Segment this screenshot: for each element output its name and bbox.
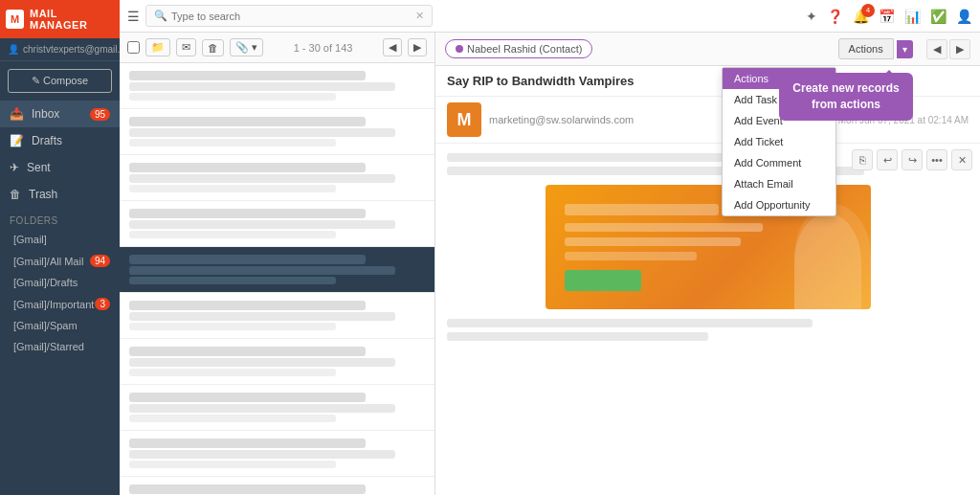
- record-chip-label: Nabeel Rashid (Contact): [467, 43, 582, 55]
- email-body: ⎘ ↩ ↪ ••• ✕: [435, 144, 980, 495]
- crm-icon[interactable]: ✦: [806, 9, 817, 24]
- record-chip-wrapper: Existing record Nabeel Rashid (Contact): [445, 39, 592, 58]
- folder-gmail-all[interactable]: [Gmail]/All Mail 94: [0, 250, 120, 272]
- list-item[interactable]: [120, 385, 434, 431]
- folders-section-title: Folders: [0, 208, 120, 229]
- folder-gmail[interactable]: [Gmail]: [0, 229, 120, 250]
- list-item[interactable]: [120, 293, 434, 339]
- dropdown-item-add-opportunity[interactable]: Add Opportunity: [723, 194, 835, 215]
- actions-button[interactable]: Actions: [838, 38, 894, 59]
- search-box: 🔍 ✕: [145, 5, 433, 27]
- email-items-list: [120, 63, 434, 495]
- search-clear-icon[interactable]: ✕: [415, 10, 424, 22]
- sidebar-item-inbox[interactable]: 📥 Inbox 95: [0, 101, 120, 127]
- next-page-button[interactable]: ▶: [408, 38, 427, 56]
- tasks-icon[interactable]: ✅: [930, 9, 947, 24]
- search-input[interactable]: [171, 11, 415, 22]
- actions-caret-button[interactable]: ▾: [897, 40, 913, 58]
- delete-button[interactable]: 🗑: [202, 39, 224, 56]
- detail-nav: ◀ ▶: [926, 39, 970, 59]
- folder-gmail-starred[interactable]: [Gmail]/Starred: [0, 336, 120, 357]
- notifications-icon[interactable]: 🔔 4: [853, 9, 869, 24]
- topbar-right: ✦ ❓ 🔔 4 📅 📊 ✅ 👤: [806, 9, 972, 24]
- close-email-icon[interactable]: ✕: [951, 149, 972, 170]
- sidebar-user-email: 👤 christvtexperts@gmail.com ⚙ ▼: [0, 38, 120, 61]
- sender-avatar: M: [447, 102, 481, 137]
- content-area: 📁 ✉ 🗑 📎 ▾ 1 - 30 of 143 ◀ ▶: [120, 33, 980, 495]
- actions-btn-wrapper: Actions ▾ Actions Add Task Add Event Add…: [838, 38, 913, 59]
- dropdown-item-attach-email[interactable]: Attach Email: [723, 173, 835, 194]
- topbar: ☰ 🔍 ✕ ✦ ❓ 🔔 4 📅 📊 ✅ 👤: [120, 0, 980, 33]
- search-icon: 🔍: [154, 10, 167, 22]
- detail-actions-bar: ⎘ ↩ ↪ ••• ✕: [852, 149, 972, 170]
- actions-dropdown: Actions ▾ Actions Add Task Add Event Add…: [838, 38, 913, 59]
- prev-page-button[interactable]: ◀: [383, 38, 402, 56]
- list-item[interactable]: [120, 201, 434, 247]
- select-all-checkbox[interactable]: [127, 41, 140, 54]
- reply-icon[interactable]: ↩: [877, 149, 898, 170]
- archive-button[interactable]: 📁: [145, 38, 170, 56]
- prev-email-button[interactable]: ◀: [926, 39, 947, 59]
- list-item[interactable]: [120, 339, 434, 385]
- dropdown-item-add-ticket[interactable]: Add Ticket: [723, 131, 835, 152]
- list-item[interactable]: [120, 477, 434, 495]
- sent-icon: ✈: [10, 161, 19, 174]
- folder-gmail-spam[interactable]: [Gmail]/Spam: [0, 315, 120, 336]
- folder-gmail-drafts[interactable]: [Gmail]/Drafts: [0, 272, 120, 293]
- user-icon: 👤: [8, 44, 19, 55]
- record-dot: [456, 45, 463, 53]
- forward-icon[interactable]: ↪: [902, 149, 923, 170]
- menu-icon[interactable]: ☰: [127, 9, 140, 24]
- folder-gmail-important[interactable]: [Gmail]/Important 3: [0, 293, 120, 315]
- record-chip[interactable]: Nabeel Rashid (Contact): [445, 39, 592, 58]
- detail-header: Existing record Nabeel Rashid (Contact) …: [435, 33, 980, 66]
- more-actions-icon[interactable]: •••: [926, 149, 947, 170]
- list-item[interactable]: [120, 109, 434, 155]
- copy-icon[interactable]: ⎘: [852, 149, 873, 170]
- more-button[interactable]: 📎 ▾: [230, 38, 263, 56]
- chart-icon[interactable]: 📊: [904, 9, 921, 24]
- main-area: ☰ 🔍 ✕ ✦ ❓ 🔔 4 📅 📊 ✅ 👤 📁 ✉ 🗑: [120, 0, 980, 495]
- email-count: 1 - 30 of 143: [294, 42, 353, 54]
- help-icon[interactable]: ❓: [827, 9, 843, 24]
- sidebar: M MAIL MANAGER 👤 christvtexperts@gmail.c…: [0, 0, 120, 495]
- app-title: MAIL MANAGER: [30, 8, 114, 31]
- email-list-panel: 📁 ✉ 🗑 📎 ▾ 1 - 30 of 143 ◀ ▶: [120, 33, 435, 495]
- compose-button[interactable]: ✎ Compose: [8, 69, 112, 93]
- sidebar-item-drafts[interactable]: 📝 Drafts: [0, 127, 120, 154]
- list-item[interactable]: [120, 431, 434, 477]
- create-records-tooltip: Create new recordsfrom actions: [779, 73, 913, 121]
- list-item[interactable]: [120, 247, 434, 293]
- drafts-icon: 📝: [10, 134, 24, 147]
- body-line: [447, 332, 708, 341]
- calendar-icon[interactable]: 📅: [879, 9, 895, 24]
- email-detail-panel: Existing record Nabeel Rashid (Contact) …: [435, 33, 980, 495]
- next-email-button[interactable]: ▶: [949, 39, 970, 59]
- list-item[interactable]: [120, 155, 434, 201]
- email-list-toolbar: 📁 ✉ 🗑 📎 ▾ 1 - 30 of 143 ◀ ▶: [120, 33, 434, 63]
- mail-manager-logo: M: [6, 10, 24, 29]
- body-line: [447, 153, 760, 162]
- inbox-icon: 📥: [10, 107, 24, 121]
- sidebar-header: M MAIL MANAGER: [0, 0, 120, 38]
- sidebar-item-sent[interactable]: ✈ Sent: [0, 154, 120, 181]
- mark-read-button[interactable]: ✉: [176, 38, 196, 56]
- sidebar-item-trash[interactable]: 🗑 Trash: [0, 181, 120, 208]
- sender-email: marketing@sw.solarwinds.com: [489, 114, 634, 125]
- dropdown-item-add-comment[interactable]: Add Comment: [723, 152, 835, 173]
- trash-icon: 🗑: [10, 188, 21, 201]
- user-avatar-icon[interactable]: 👤: [956, 9, 972, 24]
- body-line: [447, 319, 813, 327]
- list-item[interactable]: [120, 63, 434, 109]
